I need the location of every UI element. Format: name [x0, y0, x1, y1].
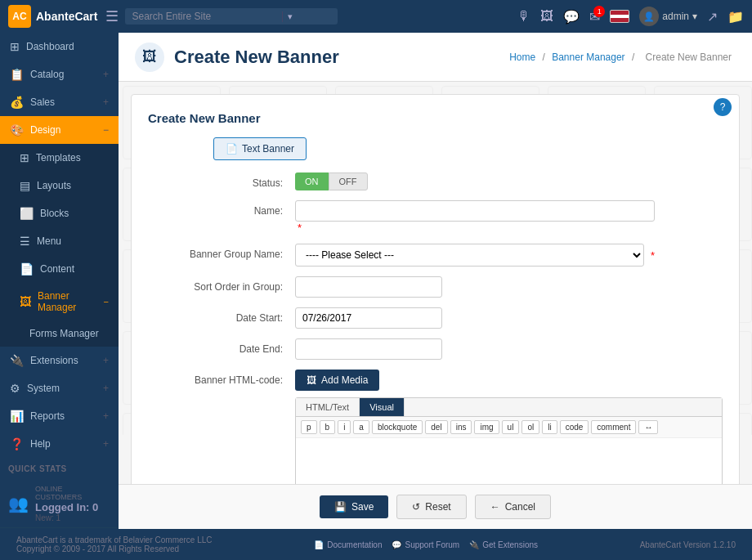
hamburger-menu-button[interactable]: ☰ — [105, 7, 119, 25]
text-banner-label: Text Banner — [242, 143, 294, 155]
cancel-button[interactable]: ← Cancel — [475, 495, 551, 519]
name-control: * — [295, 200, 655, 234]
sidebar-item-label: Content — [40, 263, 109, 275]
sidebar-item-label: Forms Manager — [29, 328, 109, 339]
documentation-link[interactable]: 📄 Documentation — [314, 540, 382, 549]
system-icon: ⚙ — [10, 382, 20, 395]
text-banner-tab[interactable]: 📄 Text Banner — [213, 137, 307, 160]
editor-content-area[interactable] — [296, 438, 722, 484]
breadcrumb-banner-manager[interactable]: Banner Manager — [552, 52, 624, 63]
reset-button[interactable]: ↺ Reset — [396, 495, 466, 519]
templates-icon: ⊞ — [20, 151, 29, 164]
sidebar-item-catalog[interactable]: 📋 Catalog + — [0, 60, 119, 88]
chat-icon[interactable]: 💬 — [563, 9, 580, 25]
toolbar-li-button[interactable]: li — [542, 420, 557, 434]
html-editor: HTML/Text Visual p b i a — [295, 397, 723, 484]
microphone-icon[interactable]: 🎙 — [517, 9, 530, 24]
sidebar-item-sales[interactable]: 💰 Sales + — [0, 88, 119, 116]
visual-tab[interactable]: Visual — [360, 398, 405, 416]
toolbar-b-button[interactable]: b — [320, 420, 336, 434]
sales-icon: 💰 — [10, 96, 24, 109]
footer-copyright: Copyright © 2009 - 2017 All Rights Reser… — [16, 544, 213, 553]
sidebar-item-label: Dashboard — [26, 41, 109, 52]
sidebar-item-menu[interactable]: ☰ Menu — [0, 227, 119, 255]
breadcrumb: Home / Banner Manager / Create New Banne… — [509, 52, 736, 63]
date-end-input[interactable] — [295, 338, 442, 360]
banner-group-select[interactable]: ---- Please Select --- — [295, 244, 644, 267]
external-link-icon[interactable]: ↗ — [707, 9, 718, 25]
sidebar-item-system[interactable]: ⚙ System + — [0, 374, 119, 402]
toolbar-a-button[interactable]: a — [353, 420, 369, 434]
toolbar-p-button[interactable]: p — [301, 420, 317, 434]
sidebar-item-forms-manager[interactable]: Forms Manager — [0, 320, 119, 347]
form-title: Create New Banner — [148, 111, 723, 125]
status-off-button[interactable]: OFF — [329, 172, 368, 190]
extensions-icon: 🔌 — [469, 540, 479, 549]
extensions-link[interactable]: 🔌 Get Extensions — [469, 540, 538, 549]
search-dropdown-button[interactable]: ▾ — [282, 11, 293, 22]
sidebar-item-reports[interactable]: 📊 Reports + — [0, 402, 119, 430]
email-notification[interactable]: ✉ 1 — [589, 9, 600, 25]
save-button[interactable]: 💾 Save — [320, 495, 388, 518]
editor-tab-bar: HTML/Text Visual — [296, 398, 722, 417]
menu-icon: ☰ — [20, 235, 30, 248]
sidebar-item-extensions[interactable]: 🔌 Extensions + — [0, 347, 119, 374]
sidebar-item-content[interactable]: 📄 Content — [0, 255, 119, 283]
folder-icon[interactable]: 📁 — [727, 9, 744, 25]
page-header-icon: 🖼 — [135, 43, 164, 72]
editor-toolbar: p b i a blockquote del ins img ul ol li — [296, 417, 722, 438]
date-start-input[interactable] — [295, 307, 442, 329]
image-icon[interactable]: 🖼 — [540, 9, 553, 24]
name-row: Name: * — [148, 200, 723, 234]
toolbar-code-button[interactable]: code — [560, 420, 589, 434]
blocks-icon: ⬜ — [20, 207, 34, 220]
chevron-down-icon: ▾ — [692, 11, 697, 22]
support-icon: 💬 — [392, 540, 401, 549]
sidebar-item-blocks[interactable]: ⬜ Blocks — [0, 199, 119, 227]
toolbar-ins-button[interactable]: ins — [450, 420, 472, 434]
toolbar-img-button[interactable]: img — [474, 420, 499, 434]
reset-label: Reset — [425, 501, 450, 513]
admin-menu-button[interactable]: 👤 admin ▾ — [639, 7, 697, 26]
toolbar-del-button[interactable]: del — [425, 420, 447, 434]
sidebar-item-design[interactable]: 🎨 Design − — [0, 116, 119, 144]
name-input[interactable] — [295, 200, 655, 222]
sidebar-item-label: Design — [30, 124, 96, 136]
html-text-tab[interactable]: HTML/Text — [296, 398, 360, 416]
toolbar-i-button[interactable]: i — [338, 420, 351, 434]
toolbar-ul-button[interactable]: ul — [502, 420, 520, 434]
top-nav-right: 🎙 🖼 💬 ✉ 1 👤 admin ▾ ↗ 📁 — [517, 7, 744, 26]
sidebar-item-layouts[interactable]: ▤ Layouts — [0, 172, 119, 199]
support-link[interactable]: 💬 Support Forum — [392, 540, 459, 549]
logo-icon: AC — [8, 5, 31, 28]
toolbar-expand-button[interactable]: ↔ — [638, 420, 658, 434]
email-badge: 1 — [593, 6, 605, 17]
toolbar-comment-button[interactable]: comment — [591, 420, 636, 434]
quick-stats-label: QUICK STATS — [0, 458, 119, 480]
help-button[interactable]: ? — [714, 98, 732, 116]
language-flag-icon[interactable] — [610, 10, 629, 23]
page-content: ⊘⊘⊘⊘⊘⊘⊘ ⊘⊘⊘⊘⊘⊘⊘ ⊘⊘⊘⊘⊘⊘⊘ ⊘⊘⊘⊘⊘⊘⊘ ⊘⊘⊘⊘⊘⊘⊘ … — [119, 82, 752, 484]
logo[interactable]: AC AbanteCart — [8, 5, 97, 28]
toolbar-ol-button[interactable]: ol — [521, 420, 539, 434]
search-input[interactable] — [132, 11, 279, 22]
sidebar-item-help[interactable]: ❓ Help + — [0, 430, 119, 458]
page-header-left: 🖼 Create New Banner — [135, 43, 339, 72]
main-layout: ⊞ Dashboard 📋 Catalog + 💰 Sales + 🎨 Desi… — [0, 33, 752, 529]
sort-order-input[interactable] — [295, 276, 442, 298]
breadcrumb-home[interactable]: Home — [509, 52, 535, 63]
sidebar-item-dashboard[interactable]: ⊞ Dashboard — [0, 33, 119, 60]
footer-links: 📄 Documentation 💬 Support Forum 🔌 Get Ex… — [314, 540, 538, 549]
save-icon: 💾 — [334, 501, 347, 513]
status-on-button[interactable]: ON — [295, 172, 329, 190]
toolbar-blockquote-button[interactable]: blockquote — [372, 420, 423, 434]
sort-order-control — [295, 276, 655, 298]
sidebar-item-templates[interactable]: ⊞ Templates — [0, 144, 119, 172]
date-end-control — [295, 338, 655, 360]
status-label: Status: — [148, 172, 295, 189]
sidebar-item-banner-manager[interactable]: 🖼 Banner Manager − — [0, 283, 119, 320]
sidebar-item-label: System — [27, 383, 96, 394]
html-text-tab-label: HTML/Text — [306, 402, 349, 412]
add-media-button[interactable]: 🖼 Add Media — [295, 370, 379, 391]
footer-left: AbanteCart is a trademark of Belavier Co… — [16, 535, 213, 553]
